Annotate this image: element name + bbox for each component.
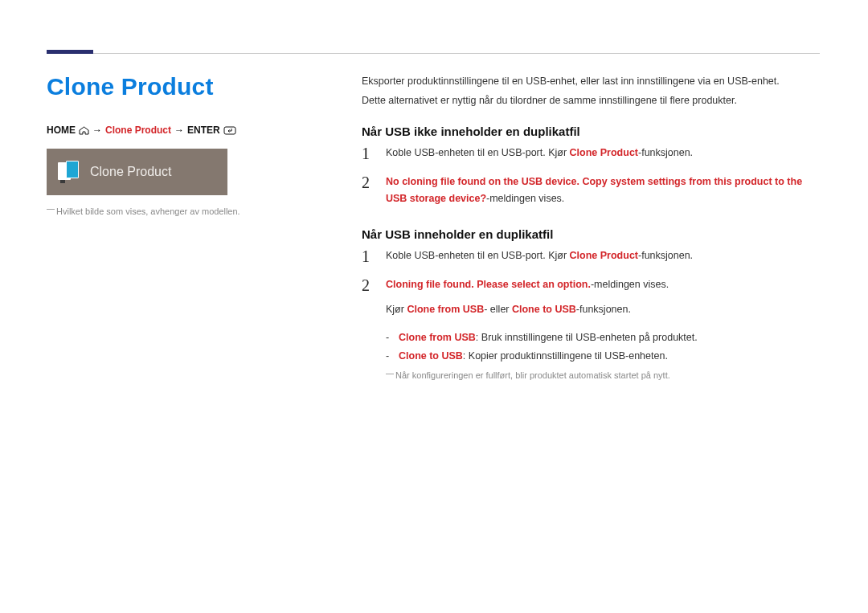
breadcrumb-clone: Clone Product [105, 125, 171, 136]
text: - eller [484, 304, 512, 315]
highlight-clone-from-usb: Clone from USB [407, 304, 484, 315]
enter-icon [223, 126, 236, 135]
step-body: No cloning file found on the USB device.… [386, 174, 820, 208]
breadcrumb: HOME → Clone Product → ENTER [47, 125, 336, 136]
highlight-clone-to-usb: Clone to USB [399, 350, 463, 362]
text: -funksjonen. [638, 250, 693, 261]
text: -funksjonen. [638, 147, 693, 158]
text: Koble USB-enheten til en USB-port. Kjør [386, 250, 570, 261]
text: Kjør [386, 304, 407, 315]
breadcrumb-arrow2: → [174, 125, 184, 136]
highlight-clone-from-usb: Clone from USB [399, 332, 476, 343]
section-b-step1: 1 Koble USB-enheten til en USB-port. Kjø… [362, 247, 820, 265]
step-body: Koble USB-enheten til en USB-port. Kjør … [386, 145, 693, 162]
section-b-heading: Når USB inneholder en duplikatfil [362, 227, 820, 241]
clone-icon [58, 161, 80, 183]
step-num: 1 [362, 247, 386, 265]
intro: Eksporter produktinnstillingene til en U… [362, 73, 820, 108]
text: : Bruk innstillingene til USB-enheten på… [476, 332, 698, 343]
left-column: Clone Product HOME → Clone Product → ENT… [47, 73, 362, 380]
home-icon [79, 126, 89, 135]
page: Clone Product HOME → Clone Product → ENT… [0, 0, 868, 380]
section-b-note: Når konfigureringen er fullført, blir pr… [386, 370, 820, 380]
text: Koble USB-enheten til en USB-port. Kjør [386, 147, 570, 158]
step-num: 1 [362, 145, 386, 162]
page-title: Clone Product [47, 73, 336, 100]
highlight-message: Cloning file found. Please select an opt… [386, 279, 591, 290]
sub-item-1: - Clone from USB: Bruk innstillingene ti… [386, 329, 820, 346]
sub-text: Clone to USB: Kopier produktinnstillinge… [399, 348, 668, 365]
right-column: Eksporter produktinnstillingene til en U… [362, 73, 820, 380]
sub-item-2: - Clone to USB: Kopier produktinnstillin… [386, 348, 820, 365]
dash-icon: - [386, 348, 399, 365]
dash-icon: - [386, 329, 399, 346]
left-footnote: Hvilket bilde som vises, avhenger av mod… [47, 206, 336, 216]
clone-product-chip: Clone Product [47, 149, 227, 195]
columns: Clone Product HOME → Clone Product → ENT… [47, 73, 820, 380]
text: -meldingen vises. [591, 279, 669, 290]
highlight-message: No cloning file found on the USB device.… [386, 176, 802, 204]
chip-label: Clone Product [90, 165, 171, 179]
text: -meldingen vises. [486, 193, 564, 204]
section-a-heading: Når USB ikke inneholder en duplikatfil [362, 125, 820, 138]
breadcrumb-enter: ENTER [187, 125, 220, 136]
text: -funksjonen. [576, 304, 631, 315]
step-num: 2 [362, 174, 386, 208]
section-a-step1: 1 Koble USB-enheten til en USB-port. Kjø… [362, 145, 820, 162]
intro-p2: Dette alternativet er nyttig når du tilo… [362, 92, 820, 108]
highlight-clone-product: Clone Product [570, 250, 638, 261]
sub-text: Clone from USB: Bruk innstillingene til … [399, 329, 698, 346]
breadcrumb-home: HOME [47, 125, 76, 136]
highlight-clone-product: Clone Product [570, 147, 638, 158]
rule-line [93, 53, 820, 54]
intro-p1: Eksporter produktinnstillingene til en U… [362, 73, 820, 89]
step-body: Koble USB-enheten til en USB-port. Kjør … [386, 247, 693, 265]
section-a-step2: 2 No cloning file found on the USB devic… [362, 174, 820, 208]
rule-accent [47, 50, 93, 54]
top-rule [47, 50, 820, 54]
step-num: 2 [362, 276, 386, 319]
breadcrumb-arrow1: → [92, 125, 102, 136]
highlight-clone-to-usb: Clone to USB [512, 304, 576, 315]
text: : Kopier produktinnstillingene til USB-e… [463, 350, 668, 362]
step-body: Cloning file found. Please select an opt… [386, 276, 669, 319]
step2-extra: Kjør Clone from USB- eller Clone to USB-… [386, 301, 669, 318]
section-b-step2: 2 Cloning file found. Please select an o… [362, 276, 820, 319]
